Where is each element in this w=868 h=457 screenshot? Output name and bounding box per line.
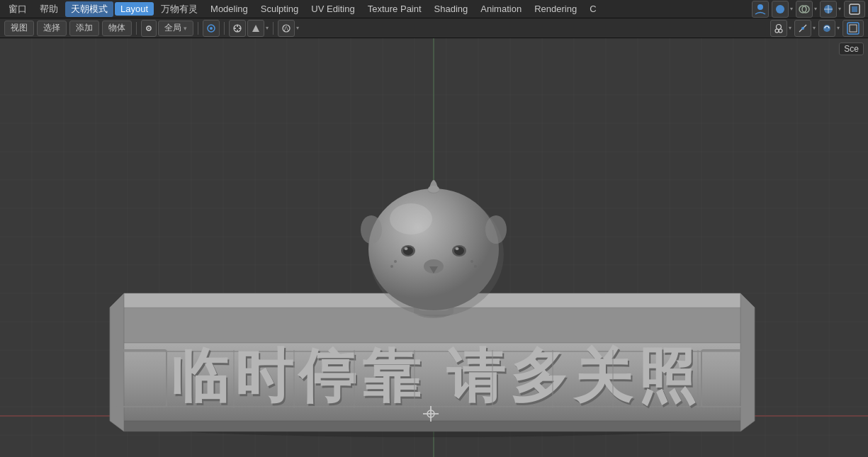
vertex-dropdown[interactable]: ▾ xyxy=(296,25,299,31)
menu-rendering[interactable]: Rendering xyxy=(529,2,582,16)
svg-point-20 xyxy=(775,29,779,33)
svg-point-106 xyxy=(485,215,507,244)
svg-point-10 xyxy=(210,27,213,30)
svg-point-21 xyxy=(779,29,782,33)
svg-point-91 xyxy=(390,203,432,235)
vertex-icon[interactable]: 八 xyxy=(278,20,295,37)
overlay-dropdown-arrow[interactable]: ▾ xyxy=(814,6,817,12)
toolbar-view[interactable]: 视图 xyxy=(4,21,34,36)
svg-point-1 xyxy=(776,5,784,13)
svg-rect-25 xyxy=(847,23,859,34)
menu-texture-paint[interactable]: Texture Paint xyxy=(362,2,427,16)
menu-sculpting[interactable]: Sculpting xyxy=(255,2,304,16)
toolbar-object[interactable]: 物体 xyxy=(102,21,132,36)
svg-point-0 xyxy=(757,4,763,10)
shading-dropdown-arrow[interactable]: ▾ xyxy=(790,6,793,12)
menu-window[interactable]: 窗口 xyxy=(3,1,33,17)
menu-uv-editing[interactable]: UV Editing xyxy=(305,2,360,16)
svg-point-101 xyxy=(394,260,397,263)
pivot-dropdown[interactable]: ▾ xyxy=(813,25,816,31)
svg-point-93 xyxy=(428,186,439,193)
viewport-overlay-icon[interactable] xyxy=(796,1,813,18)
svg-text:八: 八 xyxy=(283,26,289,32)
transform-pivot-icon[interactable] xyxy=(794,20,811,37)
separator-1 xyxy=(136,22,137,35)
region-overlap-icon[interactable] xyxy=(842,20,864,37)
toolbar-select[interactable]: 选择 xyxy=(37,21,67,36)
svg-point-23 xyxy=(801,27,804,30)
viewport-cursor xyxy=(423,406,439,422)
gizmo-dropdown-arrow[interactable]: ▾ xyxy=(838,6,841,12)
gizmo-icon[interactable] xyxy=(820,1,837,18)
toolbar-add[interactable]: 添加 xyxy=(69,21,99,36)
viewport-lock-icon[interactable] xyxy=(818,20,835,37)
menu-layout[interactable]: Layout xyxy=(115,2,154,16)
top-menu-bar: 窗口 帮助 天朝模式 Layout 万物有灵 Modeling Sculptin… xyxy=(0,0,868,18)
svg-rect-26 xyxy=(850,25,857,32)
svg-point-90 xyxy=(368,188,499,310)
snap-type-icon[interactable] xyxy=(247,20,264,37)
menu-tianzhao[interactable]: 天朝模式 xyxy=(65,1,113,17)
snap-dropdown[interactable]: ▾ xyxy=(266,25,269,31)
svg-rect-6 xyxy=(852,6,857,12)
menu-wanwuyoling[interactable]: 万物有灵 xyxy=(155,1,203,17)
menu-c[interactable]: C xyxy=(584,2,602,16)
snap-toggle[interactable] xyxy=(229,20,246,37)
toolbar: 视图 选择 添加 物体 全局 ▾ xyxy=(0,18,868,38)
editor-type-icon[interactable] xyxy=(844,1,865,18)
separator-3 xyxy=(224,22,225,35)
separator-4 xyxy=(273,22,274,35)
svg-point-102 xyxy=(390,265,393,268)
display-dropdown[interactable]: ▾ xyxy=(789,25,791,31)
svg-point-96 xyxy=(405,247,408,250)
viewport-3d[interactable]: 临时停靠 请多关照 临时停靠 请多关照 xyxy=(0,38,868,457)
snap-icon[interactable] xyxy=(141,20,157,37)
svg-point-103 xyxy=(470,260,473,263)
svg-point-99 xyxy=(456,247,459,250)
scene-label: Sce xyxy=(839,43,864,55)
viewport-display-icon[interactable] xyxy=(770,20,787,37)
menu-help[interactable]: 帮助 xyxy=(34,1,64,17)
menu-animation[interactable]: Animation xyxy=(475,2,527,16)
transform-orientation[interactable]: 全局 ▾ xyxy=(158,21,193,36)
menu-modeling[interactable]: Modeling xyxy=(205,2,254,16)
scene-3d: 临时停靠 请多关照 临时停靠 请多关照 xyxy=(0,38,868,457)
menu-shading[interactable]: Shading xyxy=(429,2,474,16)
viewport-shading-rendered[interactable] xyxy=(772,1,789,18)
svg-point-105 xyxy=(361,215,382,244)
svg-point-104 xyxy=(474,265,477,268)
user-icon[interactable] xyxy=(752,1,769,18)
separator-2 xyxy=(198,22,198,35)
svg-point-8 xyxy=(148,28,150,29)
toolbar-right: ▾ ▾ ▾ xyxy=(770,20,864,37)
proportional-edit-icon[interactable] xyxy=(203,20,220,37)
svg-marker-16 xyxy=(252,25,259,32)
lock-dropdown[interactable]: ▾ xyxy=(837,25,840,31)
svg-text:临时停靠  请多关照: 临时停靠 请多关照 xyxy=(171,344,701,409)
